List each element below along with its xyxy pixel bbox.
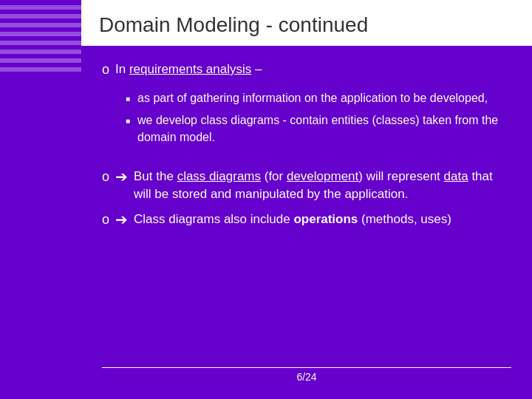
sub-bullet-item-1: ■ as part of gathering information on th… [126,90,511,106]
underline-data: data [444,169,468,183]
main-content: o In requirements analysis – ■ as part o… [81,46,532,399]
bullet-item-1: o In requirements analysis – [102,61,511,78]
bullet-item-3: o ➔ Class diagrams also include operatio… [102,211,511,228]
underline-development: development [287,169,358,183]
sub-bullets-1: ■ as part of gathering information on th… [126,90,511,146]
underline-class-diagrams-2: class diagrams [177,169,261,183]
content-area: Domain Modeling - continued o In require… [81,0,532,399]
bullet-text-1: In requirements analysis – [115,61,262,78]
bullet-marker-3: o [102,212,109,228]
bold-operations: operations [293,212,358,226]
arrow-icon-1: ➔ [115,168,128,185]
sub-bullet-marker-2: ■ [126,116,130,126]
footer-line [102,367,511,368]
bullet-marker-1: o [102,62,109,78]
slide-title: Domain Modeling - continued [99,13,514,37]
sub-bullet-text-1: as part of gathering information on the … [137,90,488,106]
underline-class-diagrams-1: class diagrams [200,114,279,126]
arrow-icon-2: ➔ [115,211,128,228]
underline-requirements-analysis: requirements analysis [129,62,251,76]
bullet-marker-2: o [102,169,109,185]
bullet-text-2: But the class diagrams (for development)… [134,168,511,203]
slide: Domain Modeling - continued o In require… [0,0,532,399]
bullet-text-3: Class diagrams also include operations (… [134,211,451,228]
sub-bullet-marker-1: ■ [126,94,130,104]
corner-decoration [0,0,81,74]
bullet-item-2: o ➔ But the class diagrams (for developm… [102,168,511,203]
sub-bullet-text-2: we develop class diagrams - contain enti… [137,112,511,146]
title-bar: Domain Modeling - continued [81,0,532,46]
spacer-1 [102,156,511,168]
page-number: 6/24 [102,371,511,387]
sub-bullet-item-2: ■ we develop class diagrams - contain en… [126,112,511,146]
